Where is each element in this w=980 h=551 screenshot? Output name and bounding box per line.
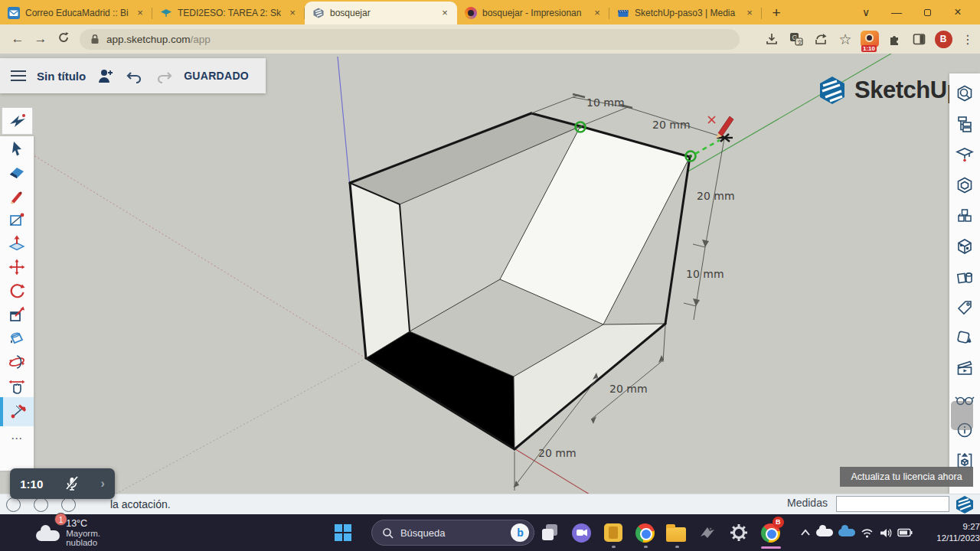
orbit-tool[interactable] xyxy=(0,350,34,373)
taskbar-search[interactable]: Búsqueda b xyxy=(371,520,534,546)
saved-status-badge: GUARDADO xyxy=(184,70,249,82)
utility-app-button[interactable] xyxy=(692,516,724,549)
tray-chevron-icon[interactable] xyxy=(800,529,811,536)
pan-tool[interactable] xyxy=(0,373,34,397)
maximize-button[interactable] xyxy=(912,2,942,24)
back-button[interactable]: ← xyxy=(6,31,29,47)
move-tool[interactable] xyxy=(0,255,34,279)
eraser-tool[interactable] xyxy=(0,160,34,184)
rectangle-tool[interactable] xyxy=(0,207,34,231)
right-panel-rail xyxy=(949,73,980,494)
volume-icon[interactable] xyxy=(879,527,892,539)
license-upgrade-text: Actualiza tu licencia ahora xyxy=(851,471,962,482)
share-icon[interactable] xyxy=(808,28,833,50)
tab-label: SketchUp-paso3 | Media xyxy=(635,8,738,18)
license-upgrade-banner[interactable]: Actualiza tu licencia ahora xyxy=(840,467,973,487)
tab-close-icon[interactable]: × xyxy=(286,7,299,19)
measurements-input[interactable] xyxy=(836,496,949,512)
menu-hamburger-icon[interactable] xyxy=(11,70,26,81)
more-tools-ellipsis: ⋯ xyxy=(11,432,23,445)
onedrive-icon[interactable] xyxy=(816,529,833,536)
paint-bucket-icon xyxy=(8,330,26,347)
side-panel-icon[interactable] xyxy=(906,28,931,50)
new-tab-button[interactable]: + xyxy=(766,3,786,23)
status-language-button[interactable] xyxy=(34,497,48,512)
push-pull-tool[interactable] xyxy=(0,231,34,255)
tab-correo[interactable]: Correo EducaMadrid :: Bi × xyxy=(0,2,152,24)
tab-mediateca[interactable]: SketchUp-paso3 | Media × xyxy=(609,2,762,24)
status-help-button[interactable] xyxy=(61,497,76,512)
recorder-expand-chevron[interactable]: › xyxy=(100,477,104,491)
task-view-button[interactable] xyxy=(534,516,566,549)
shadows-panel-button[interactable] xyxy=(949,323,980,354)
tool-search-box[interactable] xyxy=(2,107,33,135)
weather-condition: Mayorm. nublado xyxy=(66,529,132,547)
sketchup-logo-icon xyxy=(818,75,847,106)
minimize-button[interactable]: — xyxy=(881,2,912,24)
weather-widget[interactable]: 1 13°C Mayorm. nublado xyxy=(36,518,132,547)
redo-icon[interactable] xyxy=(155,68,173,83)
tab-close-icon[interactable]: × xyxy=(134,7,146,19)
components-panel-button[interactable] xyxy=(949,170,980,201)
inference-dashed-line xyxy=(695,140,720,154)
sketchup-logo-text: SketchUp xyxy=(854,77,961,104)
taskbar-clock[interactable]: 9:27 12/11/2023 xyxy=(923,521,980,544)
battery-icon[interactable] xyxy=(897,528,913,537)
extensions-puzzle-icon[interactable] xyxy=(882,28,906,50)
warehouse-panel-button[interactable] xyxy=(949,201,980,231)
screen-recorder-widget[interactable]: 1:10 › xyxy=(10,468,115,499)
profile-avatar[interactable]: B xyxy=(931,28,956,50)
settings-button[interactable] xyxy=(724,516,755,549)
materials-panel-button[interactable] xyxy=(949,231,980,262)
address-bar[interactable]: app.sketchup.com/app xyxy=(80,29,740,50)
bookmark-star-icon[interactable]: ☆ xyxy=(833,28,858,50)
tab-bosquejar-recorder[interactable]: bosquejar - Impresionan × xyxy=(457,2,609,24)
model-viewport[interactable]: 10 mm 20 mm 20 mm 10 mm 20 mm 20 mm xyxy=(0,54,980,494)
notes-app-button[interactable] xyxy=(597,516,629,549)
add-collaborator-icon[interactable] xyxy=(96,68,115,83)
lock-icon xyxy=(90,34,100,44)
tab-close-icon[interactable]: × xyxy=(439,7,451,19)
chevron-down-icon[interactable]: ∨ xyxy=(851,2,881,24)
tab-close-icon[interactable]: × xyxy=(743,7,756,19)
tab-bosquejar-active[interactable]: bosquejar × xyxy=(305,2,457,24)
entity-info-panel-button[interactable] xyxy=(949,78,980,109)
scale-tool[interactable] xyxy=(0,302,34,326)
styles-panel-button[interactable] xyxy=(949,262,980,292)
close-window-button[interactable]: × xyxy=(942,2,973,24)
status-geolocation-button[interactable] xyxy=(6,497,21,512)
right-rail-scroll-thumb[interactable] xyxy=(951,401,973,430)
tags-panel-button[interactable] xyxy=(949,292,980,323)
translate-icon[interactable]: G文 xyxy=(784,28,808,50)
rotate-tool[interactable] xyxy=(0,279,34,302)
reload-button[interactable] xyxy=(52,31,75,47)
file-explorer-button[interactable] xyxy=(661,516,692,549)
instructor-panel-button[interactable] xyxy=(949,139,980,170)
undo-icon[interactable] xyxy=(126,68,144,83)
scenes-panel-button[interactable] xyxy=(949,354,980,384)
left-toolbar: ⋯ xyxy=(0,136,34,471)
onedrive-sync-icon[interactable] xyxy=(838,529,855,536)
chrome-button[interactable] xyxy=(629,516,661,549)
start-button[interactable] xyxy=(328,516,359,549)
more-tools-button[interactable]: ⋯ xyxy=(0,426,34,450)
tab-close-icon[interactable]: × xyxy=(591,7,603,19)
recorder-extension-icon[interactable]: 1:10 xyxy=(858,28,882,50)
chrome-active-window-button[interactable]: B xyxy=(755,516,786,549)
model-block[interactable] xyxy=(350,113,690,449)
select-tool[interactable] xyxy=(0,136,34,160)
move-icon xyxy=(8,259,25,276)
chat-app-button[interactable] xyxy=(566,516,597,549)
tab-tedi2eso[interactable]: TEDI2ESO: TAREA 2: Sket × xyxy=(152,2,305,24)
browser-menu-kebab-icon[interactable]: ⋮ xyxy=(956,28,980,50)
forward-button[interactable]: → xyxy=(29,31,52,47)
mic-muted-icon[interactable] xyxy=(64,475,80,492)
search-icon xyxy=(382,527,394,539)
wifi-icon[interactable] xyxy=(861,527,874,538)
dimension-tool-active[interactable] xyxy=(0,397,34,426)
pencil-icon xyxy=(8,187,25,204)
line-tool[interactable] xyxy=(0,184,34,207)
paint-bucket-tool[interactable] xyxy=(0,326,34,350)
download-icon[interactable] xyxy=(760,28,784,50)
outliner-panel-button[interactable] xyxy=(949,109,980,139)
